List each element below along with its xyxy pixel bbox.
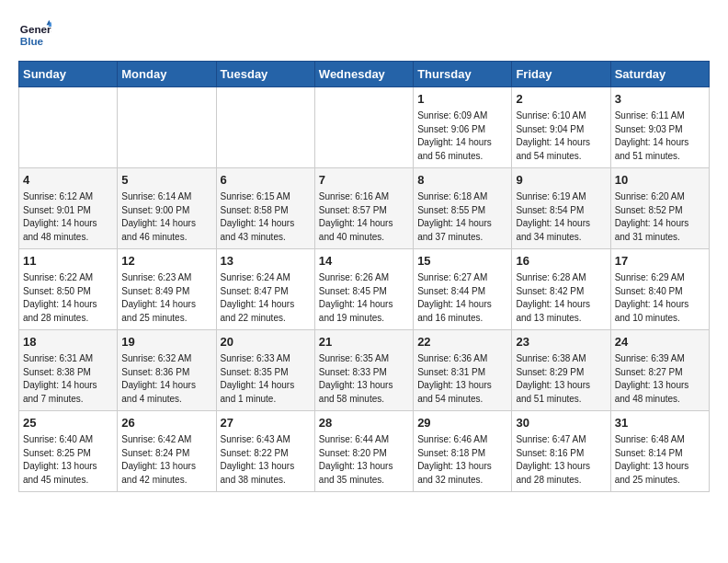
day-number: 13 bbox=[221, 253, 311, 270]
day-cell: 6Sunrise: 6:15 AM Sunset: 8:58 PM Daylig… bbox=[216, 168, 314, 249]
col-header-sunday: Sunday bbox=[19, 62, 118, 87]
day-number: 3 bbox=[615, 91, 705, 108]
day-cell: 30Sunrise: 6:47 AM Sunset: 8:16 PM Dayli… bbox=[512, 411, 610, 492]
day-cell: 29Sunrise: 6:46 AM Sunset: 8:18 PM Dayli… bbox=[414, 411, 512, 492]
day-info: Sunrise: 6:15 AM Sunset: 8:58 PM Dayligh… bbox=[221, 190, 311, 244]
logo-icon: General Blue bbox=[18, 18, 51, 52]
day-number: 9 bbox=[516, 172, 606, 189]
day-cell: 14Sunrise: 6:26 AM Sunset: 8:45 PM Dayli… bbox=[314, 249, 413, 330]
day-info: Sunrise: 6:24 AM Sunset: 8:47 PM Dayligh… bbox=[221, 271, 311, 325]
day-cell bbox=[19, 87, 118, 168]
day-cell: 8Sunrise: 6:18 AM Sunset: 8:55 PM Daylig… bbox=[414, 168, 512, 249]
day-info: Sunrise: 6:31 AM Sunset: 8:38 PM Dayligh… bbox=[23, 352, 113, 406]
day-cell bbox=[216, 87, 314, 168]
day-number: 20 bbox=[221, 334, 311, 350]
day-info: Sunrise: 6:40 AM Sunset: 8:25 PM Dayligh… bbox=[23, 433, 113, 487]
calendar-table: SundayMondayTuesdayWednesdayThursdayFrid… bbox=[18, 61, 710, 492]
day-info: Sunrise: 6:19 AM Sunset: 8:54 PM Dayligh… bbox=[516, 190, 606, 244]
day-info: Sunrise: 6:47 AM Sunset: 8:16 PM Dayligh… bbox=[516, 433, 606, 487]
col-header-monday: Monday bbox=[118, 62, 216, 87]
day-cell: 27Sunrise: 6:43 AM Sunset: 8:22 PM Dayli… bbox=[216, 411, 314, 492]
day-number: 31 bbox=[615, 415, 705, 431]
day-cell: 19Sunrise: 6:32 AM Sunset: 8:36 PM Dayli… bbox=[118, 330, 216, 411]
day-cell: 28Sunrise: 6:44 AM Sunset: 8:20 PM Dayli… bbox=[314, 411, 413, 492]
col-header-friday: Friday bbox=[512, 62, 610, 87]
day-cell: 10Sunrise: 6:20 AM Sunset: 8:52 PM Dayli… bbox=[610, 168, 709, 249]
col-header-thursday: Thursday bbox=[414, 62, 512, 87]
week-row-1: 1Sunrise: 6:09 AM Sunset: 9:06 PM Daylig… bbox=[19, 87, 710, 168]
day-number: 28 bbox=[319, 415, 409, 431]
day-info: Sunrise: 6:44 AM Sunset: 8:20 PM Dayligh… bbox=[319, 433, 409, 487]
day-number: 29 bbox=[417, 415, 507, 431]
day-info: Sunrise: 6:48 AM Sunset: 8:14 PM Dayligh… bbox=[615, 433, 705, 487]
svg-text:Blue: Blue bbox=[20, 35, 44, 47]
day-number: 26 bbox=[121, 415, 211, 431]
day-info: Sunrise: 6:26 AM Sunset: 8:45 PM Dayligh… bbox=[319, 271, 409, 325]
day-cell: 4Sunrise: 6:12 AM Sunset: 9:01 PM Daylig… bbox=[19, 168, 118, 249]
day-cell: 12Sunrise: 6:23 AM Sunset: 8:49 PM Dayli… bbox=[118, 249, 216, 330]
day-number: 25 bbox=[23, 415, 113, 431]
week-row-2: 4Sunrise: 6:12 AM Sunset: 9:01 PM Daylig… bbox=[19, 168, 710, 249]
day-number: 23 bbox=[516, 334, 606, 350]
logo: General Blue bbox=[18, 18, 55, 52]
day-info: Sunrise: 6:11 AM Sunset: 9:03 PM Dayligh… bbox=[615, 109, 705, 163]
col-header-tuesday: Tuesday bbox=[216, 62, 314, 87]
col-header-saturday: Saturday bbox=[610, 62, 709, 87]
day-headers-row: SundayMondayTuesdayWednesdayThursdayFrid… bbox=[19, 62, 710, 87]
day-cell: 26Sunrise: 6:42 AM Sunset: 8:24 PM Dayli… bbox=[118, 411, 216, 492]
day-number: 8 bbox=[417, 172, 507, 189]
day-cell: 1Sunrise: 6:09 AM Sunset: 9:06 PM Daylig… bbox=[414, 87, 512, 168]
day-cell: 22Sunrise: 6:36 AM Sunset: 8:31 PM Dayli… bbox=[414, 330, 512, 411]
day-number: 11 bbox=[23, 253, 113, 270]
day-cell: 18Sunrise: 6:31 AM Sunset: 8:38 PM Dayli… bbox=[19, 330, 118, 411]
day-cell: 9Sunrise: 6:19 AM Sunset: 8:54 PM Daylig… bbox=[512, 168, 610, 249]
day-number: 2 bbox=[516, 91, 606, 108]
day-info: Sunrise: 6:10 AM Sunset: 9:04 PM Dayligh… bbox=[516, 109, 606, 163]
day-number: 16 bbox=[516, 253, 606, 270]
day-info: Sunrise: 6:29 AM Sunset: 8:40 PM Dayligh… bbox=[615, 271, 705, 325]
header: General Blue bbox=[18, 18, 710, 52]
day-cell: 25Sunrise: 6:40 AM Sunset: 8:25 PM Dayli… bbox=[19, 411, 118, 492]
day-info: Sunrise: 6:42 AM Sunset: 8:24 PM Dayligh… bbox=[121, 433, 211, 487]
day-cell: 15Sunrise: 6:27 AM Sunset: 8:44 PM Dayli… bbox=[414, 249, 512, 330]
day-number: 15 bbox=[417, 253, 507, 270]
day-number: 5 bbox=[121, 172, 211, 189]
day-number: 21 bbox=[319, 334, 409, 350]
day-number: 12 bbox=[121, 253, 211, 270]
day-info: Sunrise: 6:36 AM Sunset: 8:31 PM Dayligh… bbox=[417, 352, 507, 406]
day-info: Sunrise: 6:14 AM Sunset: 9:00 PM Dayligh… bbox=[121, 190, 211, 244]
day-number: 27 bbox=[221, 415, 311, 431]
day-cell bbox=[314, 87, 413, 168]
day-info: Sunrise: 6:32 AM Sunset: 8:36 PM Dayligh… bbox=[121, 352, 211, 406]
day-cell: 16Sunrise: 6:28 AM Sunset: 8:42 PM Dayli… bbox=[512, 249, 610, 330]
day-cell: 23Sunrise: 6:38 AM Sunset: 8:29 PM Dayli… bbox=[512, 330, 610, 411]
day-cell: 31Sunrise: 6:48 AM Sunset: 8:14 PM Dayli… bbox=[610, 411, 709, 492]
day-info: Sunrise: 6:46 AM Sunset: 8:18 PM Dayligh… bbox=[417, 433, 507, 487]
day-info: Sunrise: 6:09 AM Sunset: 9:06 PM Dayligh… bbox=[417, 109, 507, 163]
day-cell: 20Sunrise: 6:33 AM Sunset: 8:35 PM Dayli… bbox=[216, 330, 314, 411]
day-info: Sunrise: 6:43 AM Sunset: 8:22 PM Dayligh… bbox=[221, 433, 311, 487]
day-number: 14 bbox=[319, 253, 409, 270]
day-cell: 17Sunrise: 6:29 AM Sunset: 8:40 PM Dayli… bbox=[610, 249, 709, 330]
day-cell: 11Sunrise: 6:22 AM Sunset: 8:50 PM Dayli… bbox=[19, 249, 118, 330]
day-info: Sunrise: 6:35 AM Sunset: 8:33 PM Dayligh… bbox=[319, 352, 409, 406]
day-cell: 5Sunrise: 6:14 AM Sunset: 9:00 PM Daylig… bbox=[118, 168, 216, 249]
day-info: Sunrise: 6:16 AM Sunset: 8:57 PM Dayligh… bbox=[319, 190, 409, 244]
day-cell: 24Sunrise: 6:39 AM Sunset: 8:27 PM Dayli… bbox=[610, 330, 709, 411]
day-number: 22 bbox=[417, 334, 507, 350]
week-row-5: 25Sunrise: 6:40 AM Sunset: 8:25 PM Dayli… bbox=[19, 411, 710, 492]
day-cell: 7Sunrise: 6:16 AM Sunset: 8:57 PM Daylig… bbox=[314, 168, 413, 249]
day-info: Sunrise: 6:12 AM Sunset: 9:01 PM Dayligh… bbox=[23, 190, 113, 244]
day-info: Sunrise: 6:20 AM Sunset: 8:52 PM Dayligh… bbox=[615, 190, 705, 244]
day-cell bbox=[118, 87, 216, 168]
day-number: 1 bbox=[417, 91, 507, 108]
day-cell: 3Sunrise: 6:11 AM Sunset: 9:03 PM Daylig… bbox=[610, 87, 709, 168]
day-info: Sunrise: 6:27 AM Sunset: 8:44 PM Dayligh… bbox=[417, 271, 507, 325]
day-info: Sunrise: 6:39 AM Sunset: 8:27 PM Dayligh… bbox=[615, 352, 705, 406]
day-info: Sunrise: 6:38 AM Sunset: 8:29 PM Dayligh… bbox=[516, 352, 606, 406]
day-number: 19 bbox=[121, 334, 211, 350]
day-number: 10 bbox=[615, 172, 705, 189]
day-cell: 21Sunrise: 6:35 AM Sunset: 8:33 PM Dayli… bbox=[314, 330, 413, 411]
day-number: 30 bbox=[516, 415, 606, 431]
day-info: Sunrise: 6:22 AM Sunset: 8:50 PM Dayligh… bbox=[23, 271, 113, 325]
